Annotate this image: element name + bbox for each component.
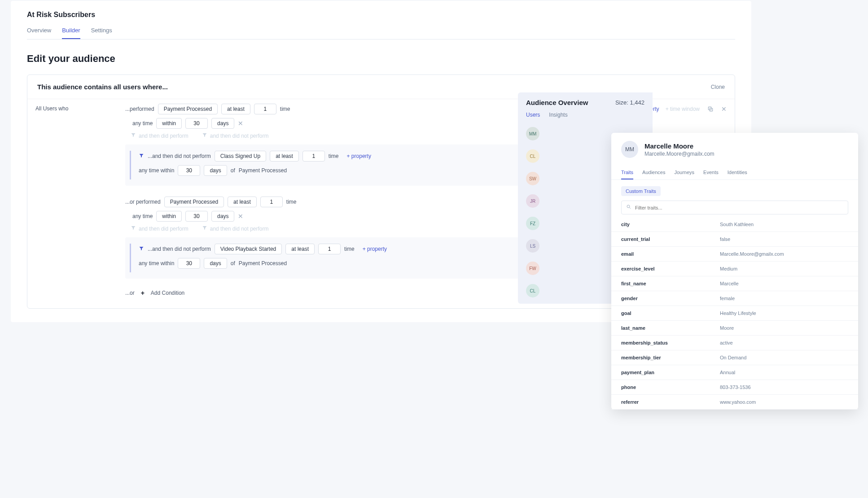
- profile-tab-identities[interactable]: Identities: [728, 166, 747, 179]
- svg-line-5: [630, 208, 631, 209]
- overview-tab-insights[interactable]: Insights: [549, 112, 567, 121]
- clone-button[interactable]: Clone: [711, 84, 725, 90]
- avatar[interactable]: FZ: [526, 217, 539, 230]
- within-select[interactable]: within: [156, 118, 182, 129]
- tab-builder[interactable]: Builder: [62, 27, 80, 39]
- count-input[interactable]: 1: [318, 244, 341, 254]
- funnel-icon: [131, 225, 136, 232]
- days-input[interactable]: 30: [178, 258, 200, 269]
- condition-prefix: ...or performed: [125, 199, 161, 205]
- plus-icon: +: [141, 289, 145, 297]
- avatar[interactable]: CL: [526, 149, 539, 163]
- days-input[interactable]: 30: [185, 211, 208, 222]
- trait-row: emailMarcelle.Moore@gmailx.com: [611, 247, 858, 262]
- add-condition-button[interactable]: Add Condition: [151, 290, 184, 296]
- avatar[interactable]: LS: [526, 239, 539, 253]
- remove-time-icon[interactable]: ✕: [238, 213, 243, 220]
- trait-row: referrerwww.yahoo.com: [611, 395, 858, 410]
- any-time-label: any time: [132, 213, 153, 219]
- hint-did-not-perform[interactable]: and then did not perform: [202, 225, 269, 232]
- add-property-button[interactable]: + property: [363, 246, 387, 252]
- trait-value: Medium: [720, 266, 737, 271]
- trait-row: citySouth Kathleen: [611, 217, 858, 232]
- profile-tab-events[interactable]: Events: [703, 166, 719, 179]
- profile-tab-audiences[interactable]: Audiences: [642, 166, 665, 179]
- days-unit-select[interactable]: days: [204, 258, 227, 269]
- within-select[interactable]: within: [156, 211, 182, 222]
- trait-row: goalHealthy Lifestyle: [611, 306, 858, 321]
- operator-select[interactable]: at least: [270, 151, 299, 162]
- event-select[interactable]: Payment Processed: [164, 197, 224, 207]
- event-select[interactable]: Payment Processed: [158, 104, 218, 114]
- copy-icon[interactable]: [706, 105, 715, 114]
- add-time-window-button[interactable]: + time window: [666, 106, 700, 112]
- operator-select[interactable]: at least: [228, 197, 257, 207]
- hint-did-perform[interactable]: and then did perform: [131, 132, 189, 139]
- tab-settings[interactable]: Settings: [91, 27, 112, 39]
- custom-traits-chip[interactable]: Custom Traits: [621, 186, 661, 196]
- days-input[interactable]: 30: [178, 165, 200, 176]
- avatar[interactable]: MM: [526, 127, 539, 140]
- time-label: time: [329, 153, 339, 159]
- remove-time-icon[interactable]: ✕: [238, 120, 243, 127]
- trait-key: exercise_level: [621, 266, 720, 271]
- of-event-label: Payment Processed: [239, 260, 287, 266]
- time-label: time: [286, 199, 297, 205]
- trait-key: last_name: [621, 325, 720, 331]
- event-select[interactable]: Class Signed Up: [215, 151, 266, 162]
- any-time-within-label: any time within: [139, 260, 174, 266]
- trait-value: Moore: [720, 325, 734, 331]
- overview-size: Size: 1,442: [615, 99, 644, 106]
- count-input[interactable]: 1: [260, 197, 283, 207]
- days-unit-select[interactable]: days: [204, 165, 227, 176]
- tab-overview[interactable]: Overview: [27, 27, 51, 39]
- of-event-label: Payment Processed: [239, 167, 287, 174]
- funnel-icon: [131, 132, 136, 139]
- close-icon[interactable]: ✕: [721, 105, 727, 113]
- count-input[interactable]: 1: [302, 151, 325, 162]
- funnel-icon: [202, 225, 207, 232]
- time-label: time: [280, 106, 290, 112]
- traits-search[interactable]: [621, 201, 848, 214]
- all-users-label: All Users who: [27, 99, 117, 308]
- avatar[interactable]: SW: [526, 172, 539, 185]
- count-input[interactable]: 1: [254, 104, 276, 114]
- trait-key: membership_tier: [621, 355, 720, 360]
- funnel-icon: [139, 153, 144, 160]
- hint-did-not-perform-label: and then did not perform: [210, 226, 269, 232]
- any-time-label: any time: [132, 120, 153, 127]
- trait-value: www.yahoo.com: [720, 399, 756, 405]
- profile-name: Marcelle Moore: [644, 142, 715, 150]
- traits-list: citySouth Kathleencurrent_trialfalseemai…: [611, 217, 858, 410]
- trait-row: payment_planAnnual: [611, 365, 858, 380]
- trait-key: gender: [621, 296, 720, 301]
- trait-row: first_nameMarcelle: [611, 276, 858, 291]
- or-label: ...or: [125, 290, 135, 296]
- trait-key: membership_status: [621, 340, 720, 345]
- profile-tab-journeys[interactable]: Journeys: [674, 166, 694, 179]
- avatar[interactable]: FW: [526, 262, 539, 275]
- traits-search-input[interactable]: [635, 205, 843, 210]
- trait-key: phone: [621, 384, 720, 390]
- event-select[interactable]: Video Playback Started: [215, 244, 282, 254]
- days-input[interactable]: 30: [185, 118, 208, 129]
- hint-did-perform[interactable]: and then did perform: [131, 225, 189, 232]
- days-unit-select[interactable]: days: [211, 118, 234, 129]
- trait-row: membership_statusactive: [611, 336, 858, 350]
- overview-tab-users[interactable]: Users: [526, 112, 540, 121]
- days-unit-select[interactable]: days: [211, 211, 234, 222]
- operator-select[interactable]: at least: [221, 104, 250, 114]
- avatar: MM: [621, 141, 638, 158]
- trait-value: false: [720, 236, 730, 242]
- operator-select[interactable]: at least: [285, 244, 315, 254]
- trait-key: referrer: [621, 399, 720, 405]
- avatar[interactable]: CL: [526, 284, 539, 297]
- profile-tab-traits[interactable]: Traits: [621, 166, 633, 179]
- trait-key: payment_plan: [621, 370, 720, 375]
- builder-heading: This audience contains all users where..…: [37, 83, 168, 91]
- avatar[interactable]: JR: [526, 194, 539, 208]
- time-label: time: [344, 246, 355, 252]
- condition-prefix: ...and then did not perform: [148, 246, 211, 252]
- hint-did-not-perform[interactable]: and then did not perform: [202, 132, 269, 139]
- add-property-button[interactable]: + property: [347, 153, 371, 159]
